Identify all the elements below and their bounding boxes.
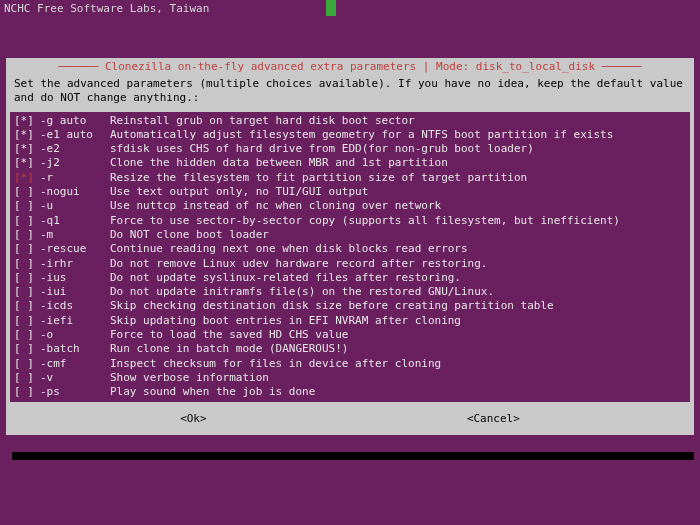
option-checkbox[interactable]: [ ] <box>14 185 40 199</box>
option-row[interactable]: [ ]-iefiSkip updating boot entries in EF… <box>14 314 686 328</box>
option-checkbox[interactable]: [ ] <box>14 228 40 242</box>
option-checkbox[interactable]: [ ] <box>14 199 40 213</box>
option-description: Inspect checksum for files in device aft… <box>110 357 441 370</box>
option-row[interactable]: [ ]-q1Force to use sector-by-sector copy… <box>14 214 686 228</box>
option-row[interactable]: [ ]-cmfInspect checksum for files in dev… <box>14 357 686 371</box>
option-description: Run clone in batch mode (DANGEROUS!) <box>110 342 348 355</box>
option-row[interactable]: [*]-e1 autoAutomatically adjust filesyst… <box>14 128 686 142</box>
option-checkbox[interactable]: [*] <box>14 142 40 156</box>
option-description: Resize the filesystem to fit partition s… <box>110 171 527 184</box>
option-flag: -icds <box>40 299 110 313</box>
option-checkbox[interactable]: [ ] <box>14 285 40 299</box>
option-row[interactable]: [ ]-iuiDo not update initramfs file(s) o… <box>14 285 686 299</box>
option-row[interactable]: [*]-g autoReinstall grub on target hard … <box>14 114 686 128</box>
screen-area: ────── Clonezilla on-the-fly advanced ex… <box>6 22 694 502</box>
title-dash-right: ────── <box>595 60 641 73</box>
option-row[interactable]: [ ]-vShow verbose information <box>14 371 686 385</box>
dialog-title: ────── Clonezilla on-the-fly advanced ex… <box>10 58 690 77</box>
option-flag: -m <box>40 228 110 242</box>
ok-button[interactable]: <Ok> <box>176 412 211 425</box>
option-flag: -u <box>40 199 110 213</box>
option-checkbox[interactable]: [ ] <box>14 214 40 228</box>
option-description: Continue reading next one when disk bloc… <box>110 242 468 255</box>
option-flag: -e1 auto <box>40 128 110 142</box>
option-description: Use nuttcp instead of nc when cloning ov… <box>110 199 441 212</box>
option-description: sfdisk uses CHS of hard drive from EDD(f… <box>110 142 534 155</box>
option-flag: -j2 <box>40 156 110 170</box>
option-checkbox[interactable]: [ ] <box>14 342 40 356</box>
option-description: Force to load the saved HD CHS value <box>110 328 348 341</box>
option-checkbox[interactable]: [ ] <box>14 371 40 385</box>
option-checkbox[interactable]: [ ] <box>14 242 40 256</box>
option-description: Automatically adjust filesystem geometry… <box>110 128 613 141</box>
option-checkbox[interactable]: [*] <box>14 156 40 170</box>
option-row[interactable]: [*]-j2Clone the hidden data between MBR … <box>14 156 686 170</box>
option-row[interactable]: [ ]-icdsSkip checking destination disk s… <box>14 299 686 313</box>
option-description: Skip updating boot entries in EFI NVRAM … <box>110 314 461 327</box>
option-description: Do NOT clone boot loader <box>110 228 269 241</box>
dialog-shadow-bottom <box>12 452 694 460</box>
option-flag: -iui <box>40 285 110 299</box>
option-description: Reinstall grub on target hard disk boot … <box>110 114 415 127</box>
option-description: Play sound when the job is done <box>110 385 315 398</box>
button-row: <Ok> <Cancel> <box>10 402 690 427</box>
option-description: Use text output only, no TUI/GUI output <box>110 185 368 198</box>
option-flag: -o <box>40 328 110 342</box>
option-checkbox[interactable]: [ ] <box>14 357 40 371</box>
terminal-header: NCHC Free Software Labs, Taiwan <box>0 0 700 18</box>
option-flag: -cmf <box>40 357 110 371</box>
cursor-marker <box>326 0 336 16</box>
option-row[interactable]: [ ]-psPlay sound when the job is done <box>14 385 686 399</box>
option-description: Show verbose information <box>110 371 269 384</box>
option-flag: -v <box>40 371 110 385</box>
option-row[interactable]: [ ]-uUse nuttcp instead of nc when cloni… <box>14 199 686 213</box>
option-description: Do not update initramfs file(s) on the r… <box>110 285 494 298</box>
option-flag: -q1 <box>40 214 110 228</box>
lab-label: NCHC Free Software Labs, Taiwan <box>4 2 209 15</box>
option-description: Do not remove Linux udev hardware record… <box>110 257 488 270</box>
option-checkbox[interactable]: [ ] <box>14 385 40 399</box>
option-checkbox[interactable]: [ ] <box>14 314 40 328</box>
option-checkbox[interactable]: [*] <box>14 114 40 128</box>
option-description: Do not update syslinux-related files aft… <box>110 271 461 284</box>
option-flag: -r <box>40 171 110 185</box>
option-row[interactable]: [ ]-irhrDo not remove Linux udev hardwar… <box>14 257 686 271</box>
option-description: Clone the hidden data between MBR and 1s… <box>110 156 448 169</box>
option-flag: -ps <box>40 385 110 399</box>
option-flag: -iefi <box>40 314 110 328</box>
option-checkbox[interactable]: [*] <box>14 128 40 142</box>
option-row[interactable]: [*]-e2sfdisk uses CHS of hard drive from… <box>14 142 686 156</box>
option-flag: -nogui <box>40 185 110 199</box>
option-description: Skip checking destination disk size befo… <box>110 299 554 312</box>
option-row[interactable]: [ ]-noguiUse text output only, no TUI/GU… <box>14 185 686 199</box>
option-flag: -batch <box>40 342 110 356</box>
advanced-params-dialog: ────── Clonezilla on-the-fly advanced ex… <box>6 58 694 435</box>
option-row[interactable]: [ ]-batchRun clone in batch mode (DANGER… <box>14 342 686 356</box>
cancel-button[interactable]: <Cancel> <box>463 412 524 425</box>
option-description: Force to use sector-by-sector copy (supp… <box>110 214 620 227</box>
option-row[interactable]: [ ]-rescueContinue reading next one when… <box>14 242 686 256</box>
option-checkbox[interactable]: [ ] <box>14 328 40 342</box>
option-row[interactable]: [*]-rResize the filesystem to fit partit… <box>14 171 686 185</box>
option-row[interactable]: [ ]-mDo NOT clone boot loader <box>14 228 686 242</box>
option-flag: -g auto <box>40 114 110 128</box>
option-flag: -ius <box>40 271 110 285</box>
option-checkbox[interactable]: [ ] <box>14 271 40 285</box>
options-list[interactable]: [*]-g autoReinstall grub on target hard … <box>10 112 690 402</box>
option-row[interactable]: [ ]-oForce to load the saved HD CHS valu… <box>14 328 686 342</box>
option-checkbox[interactable]: [ ] <box>14 257 40 271</box>
option-flag: -irhr <box>40 257 110 271</box>
option-checkbox[interactable]: [ ] <box>14 299 40 313</box>
dialog-title-text: Clonezilla on-the-fly advanced extra par… <box>105 60 595 73</box>
option-row[interactable]: [ ]-iusDo not update syslinux-related fi… <box>14 271 686 285</box>
option-flag: -e2 <box>40 142 110 156</box>
title-dash-left: ────── <box>59 60 105 73</box>
option-checkbox[interactable]: [*] <box>14 171 40 185</box>
option-flag: -rescue <box>40 242 110 256</box>
dialog-instructions: Set the advanced parameters (multiple ch… <box>10 77 690 112</box>
